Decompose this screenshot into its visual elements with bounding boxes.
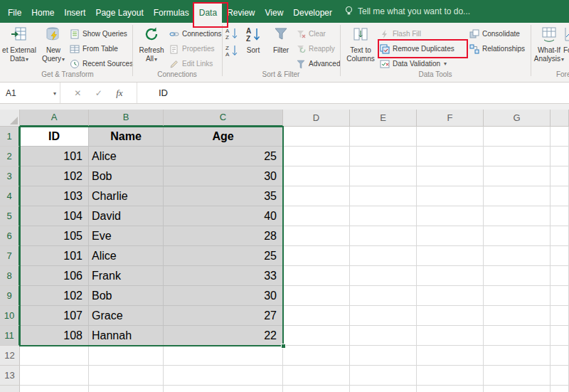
cell-H9[interactable] bbox=[551, 286, 569, 306]
cell-B1[interactable]: Name bbox=[89, 127, 164, 147]
row-header-1[interactable]: 1 bbox=[0, 127, 20, 147]
cell-H14[interactable] bbox=[551, 386, 569, 392]
cell-G12[interactable] bbox=[484, 346, 551, 366]
what-if-analysis-button[interactable]: What-If Analysis▾ bbox=[532, 24, 566, 64]
forecast-sheet-button-partial[interactable]: Fo bbox=[563, 24, 569, 55]
column-header-E[interactable]: E bbox=[350, 110, 417, 127]
cell-F6[interactable] bbox=[417, 226, 484, 246]
column-header-G[interactable]: G bbox=[484, 110, 551, 127]
cell-B13[interactable] bbox=[89, 366, 164, 386]
cell-B9[interactable]: Bob bbox=[89, 286, 164, 306]
flash-fill-button[interactable]: Flash Fill bbox=[380, 27, 421, 41]
cell-D6[interactable] bbox=[283, 226, 350, 246]
tab-developer[interactable]: Developer bbox=[288, 3, 337, 23]
cell-D8[interactable] bbox=[283, 266, 350, 286]
cell-E8[interactable] bbox=[350, 266, 417, 286]
cell-F5[interactable] bbox=[417, 206, 484, 226]
cell-H3[interactable] bbox=[551, 166, 569, 186]
column-header-F[interactable]: F bbox=[417, 110, 484, 127]
tab-data[interactable]: Data bbox=[194, 3, 222, 23]
row-header-6[interactable]: 6 bbox=[0, 226, 20, 246]
cell-G10[interactable] bbox=[484, 306, 551, 326]
cell-B7[interactable]: Alice bbox=[89, 246, 164, 266]
cell-D9[interactable] bbox=[283, 286, 350, 306]
sort-descending-button[interactable]: ZA bbox=[225, 44, 239, 58]
cell-H12[interactable] bbox=[551, 346, 569, 366]
cell-F2[interactable] bbox=[417, 147, 484, 166]
cell-F10[interactable] bbox=[417, 306, 484, 326]
cell-H8[interactable] bbox=[551, 266, 569, 286]
cell-E5[interactable] bbox=[350, 206, 417, 226]
cell-G7[interactable] bbox=[484, 246, 551, 266]
cell-F3[interactable] bbox=[417, 166, 484, 186]
cell-B12[interactable] bbox=[89, 346, 164, 366]
cell-G8[interactable] bbox=[484, 266, 551, 286]
cell-F7[interactable] bbox=[417, 246, 484, 266]
new-query-button[interactable]: New Query▾ bbox=[38, 24, 68, 64]
cell-E3[interactable] bbox=[350, 166, 417, 186]
enter-icon[interactable]: ✓ bbox=[95, 88, 102, 98]
from-table-button[interactable]: From Table bbox=[70, 42, 118, 55]
cell-A14[interactable] bbox=[20, 386, 89, 392]
cell-A7[interactable]: 101 bbox=[20, 246, 89, 266]
cell-G5[interactable] bbox=[484, 206, 551, 226]
cell-A12[interactable] bbox=[20, 346, 89, 366]
cell-B6[interactable]: Eve bbox=[89, 226, 164, 246]
cell-F4[interactable] bbox=[417, 186, 484, 206]
row-header-3[interactable]: 3 bbox=[0, 166, 20, 186]
cell-G3[interactable] bbox=[484, 166, 551, 186]
cell-F9[interactable] bbox=[417, 286, 484, 306]
edit-links-button[interactable]: Edit Links bbox=[169, 57, 213, 70]
cell-E14[interactable] bbox=[350, 386, 417, 392]
cell-D2[interactable] bbox=[283, 147, 350, 166]
cell-C6[interactable]: 28 bbox=[164, 226, 283, 246]
tab-insert[interactable]: Insert bbox=[59, 3, 90, 23]
relationships-button[interactable]: Relationships bbox=[469, 42, 525, 55]
cell-B3[interactable]: Bob bbox=[89, 166, 164, 186]
tab-review[interactable]: Review bbox=[222, 3, 260, 23]
cell-A1[interactable]: ID bbox=[20, 127, 89, 147]
cell-C1[interactable]: Age bbox=[164, 127, 283, 147]
cell-C4[interactable]: 35 bbox=[164, 186, 283, 206]
cell-H7[interactable] bbox=[551, 246, 569, 266]
cell-A8[interactable]: 106 bbox=[20, 266, 89, 286]
cell-A2[interactable]: 101 bbox=[20, 147, 89, 166]
cell-C12[interactable] bbox=[164, 346, 283, 366]
cell-B4[interactable]: Charlie bbox=[89, 186, 164, 206]
row-header-5[interactable]: 5 bbox=[0, 206, 20, 226]
tab-formulas[interactable]: Formulas bbox=[149, 3, 194, 23]
remove-duplicates-button[interactable]: Remove Duplicates bbox=[380, 42, 454, 55]
cell-B10[interactable]: Grace bbox=[89, 306, 164, 326]
cell-H6[interactable] bbox=[551, 226, 569, 246]
tab-home[interactable]: Home bbox=[26, 3, 59, 23]
cell-A6[interactable]: 105 bbox=[20, 226, 89, 246]
cell-B2[interactable]: Alice bbox=[89, 147, 164, 166]
cell-C11[interactable]: 22 bbox=[164, 326, 283, 346]
cell-C9[interactable]: 30 bbox=[164, 286, 283, 306]
cell-H1[interactable] bbox=[551, 127, 569, 147]
sort-ascending-button[interactable]: AZ bbox=[225, 27, 239, 41]
consolidate-button[interactable]: Consolidate bbox=[469, 27, 520, 41]
row-header-13[interactable]: 13 bbox=[0, 366, 20, 386]
cell-D3[interactable] bbox=[283, 166, 350, 186]
row-header-4[interactable]: 4 bbox=[0, 186, 20, 206]
clear-filter-button[interactable]: Clear bbox=[296, 27, 326, 41]
cell-H4[interactable] bbox=[551, 186, 569, 206]
cell-F14[interactable] bbox=[417, 386, 484, 392]
cell-F8[interactable] bbox=[417, 266, 484, 286]
cell-D14[interactable] bbox=[283, 386, 350, 392]
cell-G4[interactable] bbox=[484, 186, 551, 206]
cell-D10[interactable] bbox=[283, 306, 350, 326]
cell-H2[interactable] bbox=[551, 147, 569, 166]
cell-B5[interactable]: David bbox=[89, 206, 164, 226]
name-box[interactable]: A1 ▾ bbox=[0, 83, 60, 103]
cancel-icon[interactable]: ✕ bbox=[74, 88, 81, 98]
row-header-8[interactable]: 8 bbox=[0, 266, 20, 286]
cell-E7[interactable] bbox=[350, 246, 417, 266]
row-header-9[interactable]: 9 bbox=[0, 286, 20, 306]
row-header-12[interactable]: 12 bbox=[0, 346, 20, 366]
row-header-7[interactable]: 7 bbox=[0, 246, 20, 266]
cell-D7[interactable] bbox=[283, 246, 350, 266]
cell-H11[interactable] bbox=[551, 326, 569, 346]
name-box-dropdown-icon[interactable]: ▾ bbox=[53, 90, 56, 97]
